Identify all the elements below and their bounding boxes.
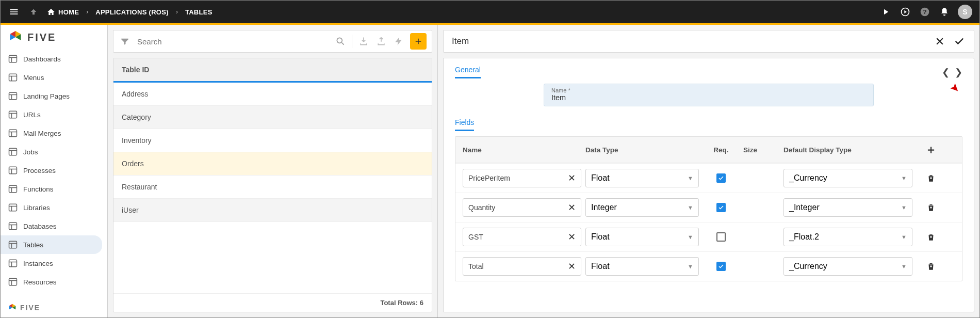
field-required-checkbox[interactable] [716,262,726,271]
field-row: GST✕Float▼_Float.2▼ [455,222,962,251]
table-row[interactable]: Restaurant [113,176,432,199]
field-name-input[interactable]: GST✕ [463,228,581,246]
list-panel: Table ID AddressCategoryInventoryOrdersR… [108,25,438,317]
sidebar-item-dashboards[interactable]: Dashboards [1,50,102,68]
clear-icon[interactable]: ✕ [568,202,576,213]
confirm-icon[interactable] [953,35,966,47]
chevron-down-icon: ▼ [901,204,907,211]
search-icon[interactable] [334,35,347,47]
list-rows: AddressCategoryInventoryOrdersRestaurant… [113,83,432,293]
prev-record-icon[interactable]: ❮ [942,67,950,78]
field-datatype-select[interactable]: Float▼ [585,169,699,187]
add-button[interactable] [410,33,427,50]
sidebar-item-menus[interactable]: Menus [1,68,102,87]
svg-rect-19 [9,278,17,285]
up-arrow-icon[interactable] [27,6,40,18]
sidebar-item-label: Processes [23,167,56,174]
svg-rect-10 [9,111,17,118]
svg-rect-15 [9,204,17,211]
field-datatype-select[interactable]: Float▼ [585,228,699,246]
add-field-button[interactable]: ＋ [917,142,945,157]
clear-icon[interactable]: ✕ [568,172,576,184]
sidebar-item-label: URLs [23,111,41,119]
svg-rect-27 [930,236,932,238]
delete-field-icon[interactable] [926,232,936,242]
field-name-input[interactable]: PricePerItem✕ [463,169,581,187]
field-display-select[interactable]: _Currency▼ [783,257,912,276]
field-row: PricePerItem✕Float▼_Currency▼ [455,163,962,193]
table-row[interactable]: Inventory [113,129,432,152]
field-display-select[interactable]: _Currency▼ [783,169,912,187]
delete-field-icon[interactable] [926,203,936,212]
detail-toolbar: Item [443,30,974,53]
sidebar-item-functions[interactable]: Functions [1,180,102,198]
sidebar-item-landing-pages[interactable]: Landing Pages [1,87,102,105]
delete-field-icon[interactable] [926,173,936,183]
name-field-value: Item [551,93,866,102]
sidebar-item-mail-merges[interactable]: Mail Merges [1,124,102,142]
next-record-icon[interactable]: ❯ [955,67,962,78]
help-icon[interactable]: ? [919,6,931,18]
field-name-input[interactable]: Quantity✕ [463,198,581,217]
sidebar-item-label: Instances [23,260,53,267]
search-input[interactable] [136,37,329,46]
name-field[interactable]: Name * Item [544,84,874,106]
breadcrumb-home[interactable]: HOME [47,8,79,16]
field-required-checkbox[interactable] [716,173,726,183]
sidebar-item-jobs[interactable]: Jobs [1,142,102,161]
filter-icon[interactable] [119,35,131,47]
bell-icon[interactable] [938,6,951,18]
sidebar-item-databases[interactable]: Databases [1,217,102,235]
sidebar-item-processes[interactable]: Processes [1,161,102,180]
col-req: Req. [703,146,739,154]
tab-general[interactable]: General [455,66,481,78]
svg-rect-9 [9,92,17,99]
sidebar-item-label: Resources [23,278,57,286]
bolt-icon[interactable] [393,35,405,47]
table-row[interactable]: Category [113,106,432,129]
list-header: Table ID [113,58,432,83]
detail-title: Item [452,36,926,46]
sidebar-item-instances[interactable]: Instances [1,254,102,273]
delete-field-icon[interactable] [926,262,936,271]
chevron-down-icon: ▼ [688,175,693,181]
sidebar-item-urls[interactable]: URLs [1,105,102,124]
field-row: Quantity✕Integer▼_Integer▼ [455,193,962,222]
svg-rect-12 [9,148,17,155]
explore-icon[interactable] [899,6,911,18]
clear-icon[interactable]: ✕ [568,261,576,272]
field-display-select[interactable]: _Float.2▼ [783,228,912,246]
table-row[interactable]: Orders [113,152,432,176]
sidebar-item-resources[interactable]: Resources [1,273,102,291]
svg-rect-16 [9,222,17,229]
breadcrumb-sep: › [176,8,178,15]
field-required-checkbox[interactable] [716,232,726,242]
brand-logo: FIVE [1,25,107,50]
import-icon[interactable] [357,35,370,47]
hamburger-icon[interactable] [8,6,20,18]
fields-label: Fields [455,118,474,131]
play-icon[interactable] [879,6,892,18]
sidebar-item-label: Jobs [23,148,38,156]
table-row[interactable]: iUser [113,199,432,222]
field-display-select[interactable]: _Integer▼ [783,198,912,217]
breadcrumb-current: TABLES [185,8,213,16]
fields-header: Name Data Type Req. Size Default Display… [455,137,962,163]
svg-rect-13 [9,167,17,173]
sidebar: FIVE DashboardsMenusLanding PagesURLsMai… [1,25,108,317]
field-required-checkbox[interactable] [716,203,726,212]
breadcrumb-app[interactable]: APPLICATIONS (ROS) [95,8,169,16]
export-icon[interactable] [375,35,387,47]
sidebar-item-libraries[interactable]: Libraries [1,198,102,217]
annotation-arrow-icon: ➤ [946,80,962,96]
close-icon[interactable] [934,35,946,47]
field-datatype-select[interactable]: Integer▼ [585,198,699,217]
sidebar-item-tables[interactable]: Tables [1,235,102,254]
field-name-input[interactable]: Total✕ [463,257,581,276]
table-row[interactable]: Address [113,83,432,106]
field-datatype-select[interactable]: Float▼ [585,257,699,276]
clear-icon[interactable]: ✕ [568,231,576,243]
sidebar-item-label: Databases [23,222,57,230]
avatar[interactable]: S [958,5,972,19]
detail-panel: Item General ❮ ❯ ➤ Name * Item Fields [438,25,979,317]
